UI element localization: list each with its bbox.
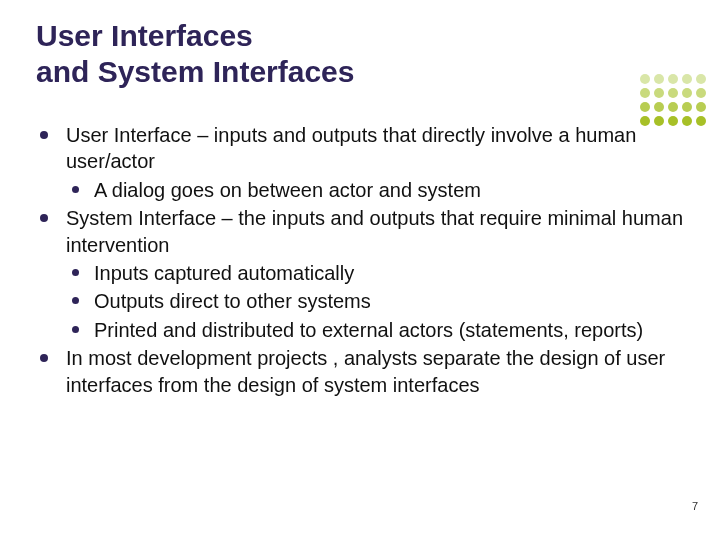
sub-bullet-text: A dialog goes on between actor and syste… (94, 179, 481, 201)
decor-dot (682, 74, 692, 84)
bullet-item: System Interface – the inputs and output… (36, 205, 690, 343)
bullet-text: User Interface – inputs and outputs that… (66, 124, 636, 172)
decor-dot (668, 102, 678, 112)
decor-dot (654, 88, 664, 98)
sub-bullet-text: Inputs captured automatically (94, 262, 354, 284)
sub-bullet-text: Printed and distributed to external acto… (94, 319, 643, 341)
decor-dot (640, 102, 650, 112)
bullet-text: In most development projects , analysts … (66, 347, 665, 395)
sub-bullet-item: Outputs direct to other systems (66, 288, 690, 314)
bullet-item: In most development projects , analysts … (36, 345, 690, 398)
decor-dot (696, 88, 706, 98)
sub-bullet-text: Outputs direct to other systems (94, 290, 371, 312)
decor-dot (640, 88, 650, 98)
bullet-text: System Interface – the inputs and output… (66, 207, 683, 255)
decor-dot (696, 102, 706, 112)
sub-bullet-item: A dialog goes on between actor and syste… (66, 177, 690, 203)
decor-dot (668, 74, 678, 84)
slide-body: User Interface – inputs and outputs that… (36, 122, 690, 398)
title-line-1: User Interfaces (36, 19, 253, 52)
decor-dot (654, 74, 664, 84)
decor-dot (696, 74, 706, 84)
title-line-2: and System Interfaces (36, 55, 354, 88)
decor-dot (682, 88, 692, 98)
bullet-item: User Interface – inputs and outputs that… (36, 122, 690, 203)
page-number: 7 (692, 500, 698, 512)
corner-dot-grid (640, 74, 706, 126)
decor-dot (668, 88, 678, 98)
decor-dot (696, 116, 706, 126)
decor-dot (654, 102, 664, 112)
slide: User Interfaces and System Interfaces Us… (0, 0, 720, 540)
sub-bullet-item: Printed and distributed to external acto… (66, 317, 690, 343)
sub-bullet-item: Inputs captured automatically (66, 260, 690, 286)
decor-dot (682, 102, 692, 112)
slide-title: User Interfaces and System Interfaces (36, 18, 690, 90)
decor-dot (640, 74, 650, 84)
